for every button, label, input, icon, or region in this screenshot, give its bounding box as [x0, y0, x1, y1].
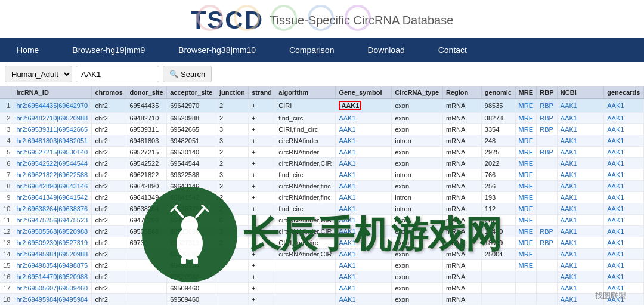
- gene-link[interactable]: AAK1: [339, 137, 355, 144]
- mre-link[interactable]: [515, 305, 537, 306]
- rbp-link[interactable]: [537, 158, 558, 169]
- gene-symbol[interactable]: AAK1: [336, 294, 392, 305]
- genecards-link[interactable]: AAK1: [604, 192, 644, 203]
- gene-link[interactable]: AAK1: [339, 273, 355, 280]
- search-input[interactable]: [76, 66, 159, 82]
- genecards-link[interactable]: AAK1: [604, 113, 644, 124]
- gene-link[interactable]: AAK1: [339, 296, 355, 303]
- gene-symbol[interactable]: AAK1: [336, 192, 392, 203]
- rbp-link[interactable]: RBP: [537, 99, 558, 113]
- nav-home[interactable]: Home: [0, 38, 55, 62]
- ncbi-link[interactable]: AAK1: [557, 249, 603, 260]
- mre-link[interactable]: MRE: [515, 99, 537, 113]
- gene-link[interactable]: AAK1: [339, 251, 355, 258]
- circrna-id[interactable]: hr2:69505607|69509460: [13, 283, 92, 294]
- mre-link[interactable]: [515, 283, 537, 294]
- rbp-link[interactable]: RBP: [537, 124, 558, 135]
- species-select[interactable]: Human_Adult Human_Fetal Mouse_Adult: [5, 66, 72, 82]
- gene-link[interactable]: AAK1: [339, 194, 355, 201]
- circrna-id[interactable]: hr2:69475256|69475523: [13, 215, 92, 226]
- nav-comparison[interactable]: Comparison: [273, 38, 351, 62]
- rbp-link[interactable]: [537, 294, 558, 305]
- genecards-link[interactable]: AAK1: [604, 147, 644, 158]
- gene-symbol[interactable]: AAK1: [336, 249, 392, 260]
- genecards-link[interactable]: AAK1: [604, 135, 644, 147]
- circrna-id[interactable]: hr2:69544435|69642970: [13, 99, 92, 113]
- mre-link[interactable]: [515, 294, 537, 305]
- gene-symbol[interactable]: AAK1: [336, 99, 392, 113]
- circrna-id[interactable]: hr2:69621822|69622588: [13, 169, 92, 181]
- genecards-link[interactable]: AAK1: [604, 181, 644, 192]
- gene-link[interactable]: AAK1: [339, 262, 355, 269]
- mre-link[interactable]: MRE: [515, 237, 537, 249]
- mre-link[interactable]: MRE: [515, 226, 537, 237]
- gene-symbol[interactable]: AAK1: [336, 271, 392, 283]
- mre-link[interactable]: [515, 271, 537, 283]
- circrna-id[interactable]: hr2:69481803|69482051: [13, 135, 92, 147]
- rbp-link[interactable]: [537, 135, 558, 147]
- genecards-link[interactable]: AAK1: [604, 283, 644, 294]
- gene-symbol[interactable]: AAK1: [336, 147, 392, 158]
- ncbi-link[interactable]: AAK1: [557, 294, 603, 305]
- rbp-link[interactable]: [537, 305, 558, 306]
- rbp-link[interactable]: [537, 215, 558, 226]
- gene-link[interactable]: AAK1: [339, 160, 355, 167]
- ncbi-link[interactable]: AAK1: [557, 181, 603, 192]
- mre-link[interactable]: MRE: [515, 113, 537, 124]
- ncbi-link[interactable]: AAK1: [557, 192, 603, 203]
- genecards-link[interactable]: AAK1: [604, 271, 644, 283]
- rbp-link[interactable]: [537, 203, 558, 215]
- circrna-id[interactable]: hr2:69642890|69643146: [13, 181, 92, 192]
- rbp-link[interactable]: RBP: [537, 237, 558, 249]
- circrna-id[interactable]: hr2:69542522|69544544: [13, 158, 92, 169]
- mre-link[interactable]: MRE: [515, 181, 537, 192]
- mre-link[interactable]: MRE: [515, 260, 537, 271]
- ncbi-link[interactable]: AAK1: [557, 237, 603, 249]
- ncbi-link[interactable]: AAK1: [557, 215, 603, 226]
- rbp-link[interactable]: [537, 192, 558, 203]
- gene-symbol[interactable]: AAK1: [336, 124, 392, 135]
- gene-link[interactable]: AAK1: [339, 217, 355, 224]
- rbp-link[interactable]: [537, 181, 558, 192]
- ncbi-link[interactable]: AAK1: [557, 271, 603, 283]
- genecards-link[interactable]: AAK1: [604, 215, 644, 226]
- genecards-link[interactable]: [604, 305, 644, 306]
- circrna-id[interactable]: hr2:69527215|69530140: [13, 147, 92, 158]
- genecards-link[interactable]: AAK1: [604, 237, 644, 249]
- mre-link[interactable]: MRE: [515, 169, 537, 181]
- genecards-link[interactable]: AAK1: [604, 249, 644, 260]
- rbp-link[interactable]: RBP: [537, 113, 558, 124]
- gene-symbol[interactable]: AAK1: [336, 215, 392, 226]
- mre-link[interactable]: MRE: [515, 215, 537, 226]
- gene-link[interactable]: AAK1: [339, 115, 355, 122]
- gene-symbol[interactable]: AAK1: [336, 169, 392, 181]
- gene-link[interactable]: AAK1: [339, 183, 355, 190]
- ncbi-link[interactable]: AAK1: [557, 147, 603, 158]
- ncbi-link[interactable]: AAK1: [557, 226, 603, 237]
- circrna-id[interactable]: hr2:69514470|69520988: [13, 271, 92, 283]
- ncbi-link[interactable]: AAK1: [557, 99, 603, 113]
- mre-link[interactable]: MRE: [515, 147, 537, 158]
- gene-symbol[interactable]: AAK1: [336, 237, 392, 249]
- ncbi-link[interactable]: AAK1: [557, 169, 603, 181]
- gene-symbol[interactable]: AAK1: [336, 135, 392, 147]
- genecards-link[interactable]: AAK1: [604, 226, 644, 237]
- mre-link[interactable]: MRE: [515, 203, 537, 215]
- gene-link[interactable]: AAK1: [339, 205, 355, 212]
- mre-link[interactable]: MRE: [515, 249, 537, 260]
- gene-symbol[interactable]: AAK1: [336, 113, 392, 124]
- nav-download[interactable]: Download: [351, 38, 421, 62]
- ncbi-link[interactable]: AAK1: [557, 260, 603, 271]
- gene-link[interactable]: AAK1: [339, 171, 355, 178]
- ncbi-link[interactable]: AAK1, ID Al...: [557, 305, 603, 306]
- genecards-link[interactable]: AAK1: [604, 203, 644, 215]
- gene-link[interactable]: AAK1: [339, 228, 355, 235]
- rbp-link[interactable]: RBP: [537, 226, 558, 237]
- gene-symbol[interactable]: AAK1: [336, 181, 392, 192]
- mre-link[interactable]: MRE: [515, 124, 537, 135]
- gene-symbol[interactable]: AAK1: [336, 260, 392, 271]
- ncbi-link[interactable]: AAK1: [557, 113, 603, 124]
- circrna-id[interactable]: hr2:69539311|69542665: [13, 124, 92, 135]
- mre-link[interactable]: MRE: [515, 158, 537, 169]
- ncbi-link[interactable]: AAK1: [557, 158, 603, 169]
